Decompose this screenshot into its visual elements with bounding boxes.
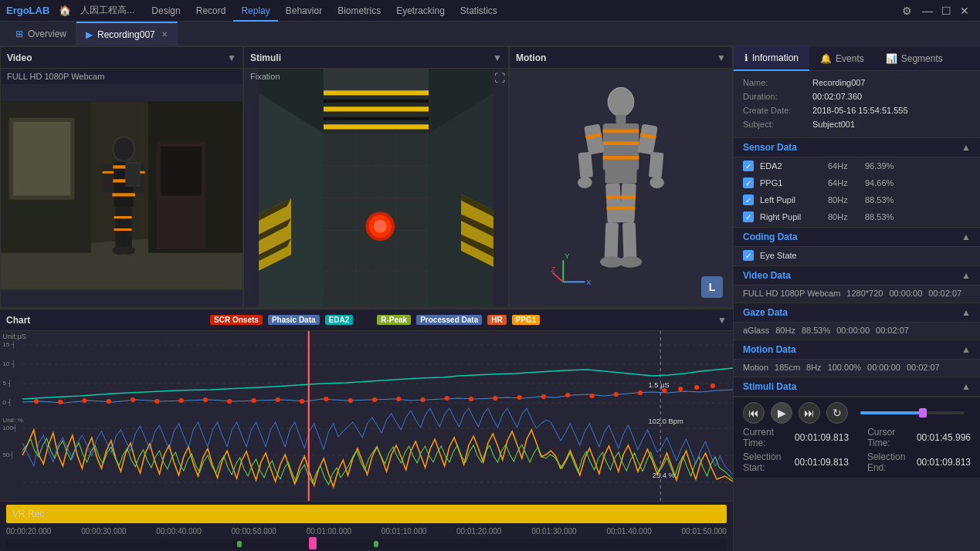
marker-green-2 — [374, 541, 378, 547]
gaze-collapse-icon[interactable]: ▲ — [961, 307, 971, 318]
motion-content: X Y Z L — [510, 69, 732, 307]
chart-canvas[interactable]: Unit:μS 15 ┤ 10 ┤ 5 ┤ 0 ┤ — [0, 331, 733, 501]
svg-point-73 — [649, 176, 665, 189]
svg-rect-14 — [112, 193, 135, 196]
nav-statistics[interactable]: Statistics — [453, 0, 505, 22]
stimuli-panel-header: Stimuli ▼ — [244, 47, 508, 69]
progress-thumb[interactable] — [919, 408, 927, 417]
svg-rect-8 — [161, 147, 202, 196]
tab-information[interactable]: ℹ Information — [734, 46, 809, 71]
sensor-row-lpupil: ✓ Left Pupil 80Hz 88.53% — [734, 191, 980, 208]
nav-replay[interactable]: Replay — [233, 0, 277, 22]
svg-point-122 — [565, 393, 570, 397]
video-content — [1, 84, 242, 307]
chart-title: Chart — [6, 315, 30, 326]
tl-label-2: 00:00:40.000 — [156, 527, 201, 536]
legend-hr: HR — [487, 315, 506, 325]
vr-rec-bar: VR Rec — [6, 505, 727, 523]
timeline-playhead[interactable] — [309, 537, 317, 549]
svg-point-128 — [694, 385, 699, 390]
motion-cm: 185cm — [775, 363, 800, 372]
timeline-area: VR Rec 00:00:20.000 00:00:30.000 00:00:4… — [0, 501, 733, 551]
info-tabs: ℹ Information 🔔 Events 📊 Segments — [734, 46, 980, 71]
svg-point-84 — [619, 255, 642, 267]
gaze-start: 00:00:00 — [836, 326, 870, 335]
stimuli-panel: Stimuli ▼ Fixation ⛶ — [243, 46, 509, 308]
motion-data-header: Motion Data ▲ — [734, 340, 980, 360]
tab-close-icon[interactable]: ✕ — [161, 30, 168, 39]
svg-rect-63 — [603, 129, 639, 133]
video-data-header: Video Data ▲ — [734, 265, 980, 286]
tl-label-1: 00:00:30.000 — [81, 527, 126, 536]
next-button[interactable]: ⏭ — [799, 402, 820, 424]
timeline-markers[interactable] — [6, 539, 727, 549]
svg-rect-15 — [103, 164, 114, 192]
tab-overview[interactable]: ⊞ Overview — [6, 22, 76, 46]
nav-record[interactable]: Record — [188, 0, 234, 22]
tl-label-0: 00:00:20.000 — [6, 527, 51, 536]
gaze-data-row: aGlass 80Hz 88.53% 00:00:00 00:02:07 — [734, 323, 980, 338]
svg-text:100┤: 100┤ — [2, 424, 18, 432]
svg-text:Unit: %: Unit: % — [2, 417, 23, 424]
user-label: 🏠 — [59, 5, 71, 16]
stimuli-data-header: Stimuli Data ▲ — [734, 377, 980, 397]
close-button[interactable]: ✕ — [955, 0, 974, 22]
info-duration-row: Duration: 00:02:07.360 — [743, 90, 971, 103]
sensor-check-lpupil[interactable]: ✓ — [743, 194, 754, 205]
motion-data-collapse-icon[interactable]: ▲ — [961, 344, 971, 355]
nav-design[interactable]: Design — [144, 0, 188, 22]
svg-rect-79 — [621, 194, 636, 199]
tab-recording[interactable]: ▶ Recording007 ✕ — [76, 22, 178, 46]
play-button[interactable]: ▶ — [771, 402, 792, 424]
sensor-name-rpupil: Right Pupil — [760, 212, 822, 221]
loop-button[interactable]: ↻ — [826, 402, 848, 424]
info-create-row: Create Date: 2018-05-16 15:54:51.555 — [743, 103, 971, 117]
progress-slider[interactable] — [860, 411, 965, 414]
svg-point-114 — [372, 397, 377, 402]
coding-collapse-icon[interactable]: ▲ — [961, 232, 971, 242]
svg-rect-64 — [603, 141, 639, 145]
sensor-collapse-icon[interactable]: ▲ — [961, 142, 971, 153]
nav-eyetracking[interactable]: Eyetracking — [388, 0, 453, 22]
svg-point-112 — [324, 397, 328, 401]
stimuli-arrow[interactable]: ▼ — [493, 52, 502, 63]
coding-check-eyestate[interactable]: ✓ — [743, 250, 754, 261]
prev-button[interactable]: ⏮ — [743, 402, 765, 424]
motion-panel: Motion ▼ — [509, 46, 733, 308]
svg-rect-78 — [620, 183, 636, 223]
coding-name-eyestate: Eye State — [760, 251, 797, 260]
minimize-button[interactable]: — — [918, 0, 937, 22]
top-panels-row: Video ▼ FULL HD 1080P Webcam — [0, 46, 733, 309]
sensor-check-ppg1[interactable]: ✓ — [743, 177, 754, 188]
video-panel-arrow[interactable]: ▼ — [227, 52, 236, 63]
cursor-time-label: Cursor Time: — [867, 427, 910, 448]
svg-text:Z: Z — [551, 265, 555, 273]
svg-rect-132 — [0, 416, 733, 501]
svg-point-60 — [608, 87, 634, 116]
svg-text:Y: Y — [565, 252, 570, 260]
svg-rect-6 — [13, 122, 70, 195]
chart-arrow[interactable]: ▼ — [717, 315, 727, 326]
right-panel: ℹ Information 🔔 Events 📊 Segments Name: … — [733, 46, 980, 551]
sensor-check-rpupil[interactable]: ✓ — [743, 211, 754, 222]
svg-point-113 — [348, 398, 353, 403]
sensor-row-eda2: ✓ EDA2 64Hz 96.39% — [734, 157, 980, 174]
stimuli-data-collapse-icon[interactable]: ▲ — [961, 381, 971, 392]
svg-point-102 — [82, 398, 86, 403]
tab-segments[interactable]: 📊 Segments — [875, 46, 954, 71]
cursor-time-value: 00:01:45.996 — [917, 432, 971, 443]
tab-events[interactable]: 🔔 Events — [809, 46, 875, 71]
motion-arrow[interactable]: ▼ — [717, 52, 726, 63]
info-create-label: Create Date: — [743, 106, 812, 115]
nav-behavior[interactable]: Behavior — [278, 0, 330, 22]
user-name: 人因工程高... — [80, 4, 134, 17]
sensor-pct-eda2: 96.39% — [865, 161, 904, 171]
video-data-start: 00:00:00 — [889, 289, 922, 298]
settings-icon[interactable]: ⚙ — [902, 5, 912, 17]
nav-biometrics[interactable]: Biometrics — [330, 0, 388, 22]
maximize-button[interactable]: ☐ — [937, 0, 955, 22]
fullscreen-icon[interactable]: ⛶ — [494, 72, 505, 84]
video-data-collapse-icon[interactable]: ▲ — [961, 270, 971, 281]
video-panel-header: Video ▼ — [1, 47, 242, 69]
sensor-check-eda2[interactable]: ✓ — [743, 161, 754, 171]
